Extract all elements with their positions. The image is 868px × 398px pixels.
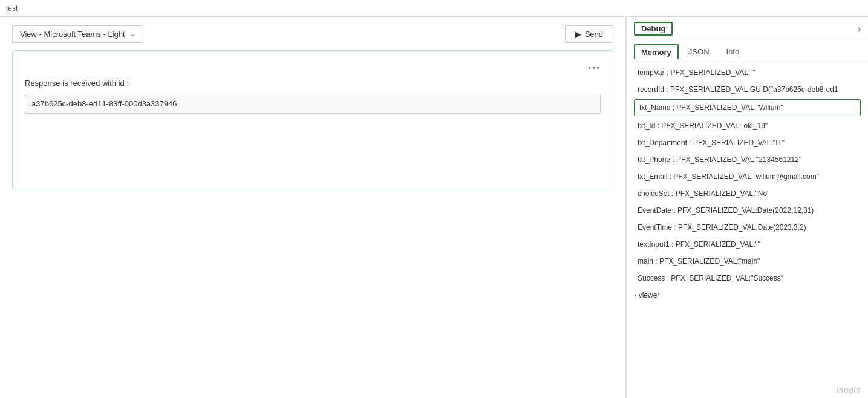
memory-item-textinput1: textInput1 : PFX_SERIALIZED_VAL:"" [627,236,868,253]
memory-list: tempVar : PFX_SERIALIZED_VAL:"" recordId… [627,60,868,382]
tab-json[interactable]: JSON [681,44,717,60]
card-record-id: a37b625c-deb8-ed11-83ff-000d3a337946 [25,94,601,114]
card-area: ••• Response is received with id : a37b6… [12,50,613,189]
send-icon: ▶ [575,30,581,39]
tab-memory[interactable]: Memory [634,44,679,59]
memory-item-choiceset: choiceSet : PFX_SERIALIZED_VAL:"No" [627,185,868,202]
memory-item-tempvar: tempVar : PFX_SERIALIZED_VAL:"" [627,64,868,81]
chevron-down-icon: ⌄ [130,30,135,38]
card-response-label: Response is received with id : [25,79,601,88]
card-options-icon[interactable]: ••• [588,63,601,73]
debug-header: Debug › [627,17,868,41]
tab-info[interactable]: Info [719,44,747,60]
viewer-label: viewer [639,290,660,301]
top-bar: test [0,0,868,17]
debug-footer-watermark: inogic [627,382,868,398]
main-container: View - Microsoft Teams - Light ⌄ ▶ Send … [0,17,868,398]
memory-item-eventtime: EventTime : PFX_SERIALIZED_VAL:Date(2023… [627,219,868,236]
memory-item-viewer[interactable]: › viewer [627,287,868,304]
view-selector-label: View - Microsoft Teams - Light [20,30,125,39]
memory-item-txtdepartment: txt_Department : PFX_SERIALIZED_VAL:"IT" [627,134,868,151]
toolbar-row: View - Microsoft Teams - Light ⌄ ▶ Send [12,25,613,43]
send-button-label: Send [585,30,603,39]
debug-expand-icon[interactable]: › [858,24,861,34]
viewer-chevron-icon: › [634,290,636,301]
left-panel: View - Microsoft Teams - Light ⌄ ▶ Send … [0,17,626,398]
memory-item-success: Success : PFX_SERIALIZED_VAL:"Success" [627,270,868,287]
card-options: ••• [25,63,601,73]
view-selector-button[interactable]: View - Microsoft Teams - Light ⌄ [12,25,143,43]
memory-item-eventdate: EventDate : PFX_SERIALIZED_VAL:Date(2022… [627,202,868,219]
memory-item-txtemail: txt_Email : PFX_SERIALIZED_VAL:"wilium@g… [627,168,868,185]
memory-item-txtphone: txt_Phone : PFX_SERIALIZED_VAL:"21345612… [627,151,868,168]
memory-item-txtname: txt_Name : PFX_SERIALIZED_VAL:"Wilium" [634,99,861,116]
send-button[interactable]: ▶ Send [565,25,613,43]
debug-panel: Debug › Memory JSON Info tempVar : PFX_S… [626,17,868,398]
debug-tabs: Memory JSON Info [627,41,868,60]
memory-item-main: main : PFX_SERIALIZED_VAL:"main" [627,253,868,270]
memory-item-txtid: txt_Id : PFX_SERIALIZED_VAL:"okl_19" [627,117,868,134]
memory-item-recordid: recordId : PFX_SERIALIZED_VAL:GUID("a37b… [627,81,868,98]
debug-title: Debug [634,22,673,36]
top-bar-title: test [6,4,18,13]
